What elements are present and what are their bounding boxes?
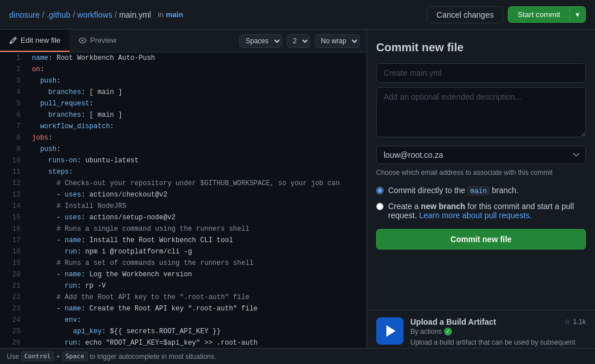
radio-direct-label: Commit directly to the main branch. (388, 186, 519, 195)
spaces-select[interactable]: Spaces (239, 34, 282, 48)
code-line: 13 - uses: actions/checkout@v2 (0, 189, 366, 201)
preview-icon (79, 36, 87, 44)
start-commit-button-group: Start commit ▾ (508, 6, 586, 23)
star-count: ☆ 1.1k (564, 318, 586, 326)
tab-edit-new-file[interactable]: Edit new file (0, 30, 70, 52)
star-icon: ☆ (564, 318, 570, 326)
code-line: 19 # Runs a set of commands using the ru… (0, 257, 366, 269)
code-line: 26 run: echo "ROOT_API_KEY=$api_key" >> … (0, 337, 366, 349)
commit-description-textarea[interactable] (376, 87, 586, 137)
editor-options: Spaces 2 No wrap (239, 34, 366, 48)
line-number: 3 (0, 75, 27, 87)
line-content: # Install NodeJRS (27, 201, 366, 212)
start-commit-arrow-button[interactable]: ▾ (569, 6, 586, 23)
code-line: 15 - uses: actions/setup-node@v2 (0, 212, 366, 223)
control-key: Control (21, 351, 54, 361)
right-panel: Commit new file louw@root.co.za Choose w… (367, 30, 595, 364)
code-line: 23 - name: Create the Root API key ".roo… (0, 303, 366, 314)
line-number: 5 (0, 98, 27, 109)
line-number: 25 (0, 326, 27, 337)
indent-select[interactable]: 2 (287, 34, 310, 48)
editor-container: Edit new file Preview Spaces 2 No wrap (0, 30, 595, 364)
line-number: 7 (0, 121, 27, 132)
code-line: 17 - name: Install the Root Workbench CL… (0, 235, 366, 246)
code-area[interactable]: 1name: Root Workbench Auto-Push2on:3 pus… (0, 52, 366, 364)
card-title: Upload a Build Artifact (410, 317, 496, 326)
space-key: Space (62, 351, 88, 361)
radio-new-branch-option[interactable]: Create a new branch for this commit and … (376, 202, 586, 220)
radio-new-branch-label: Create a new branch for this commit and … (388, 202, 586, 220)
code-line: 1name: Root Workbench Auto-Push (0, 52, 366, 64)
code-line: 8jobs: (0, 132, 366, 144)
line-content: run: echo "ROOT_API_KEY=$api_key" >> .ro… (27, 337, 366, 349)
branch-name: main (166, 10, 183, 19)
email-select[interactable]: louw@root.co.za (376, 146, 586, 164)
line-content: workflow_dispatch: (27, 121, 366, 132)
wrap-select[interactable]: No wrap (315, 34, 360, 48)
code-line: 14 # Install NodeJRS (0, 201, 366, 212)
code-line: 4 branches: [ main ] (0, 87, 366, 98)
sep2: / (73, 10, 75, 19)
radio-direct-option[interactable]: Commit directly to the main branch. (376, 186, 586, 195)
sep3: / (115, 10, 117, 19)
line-content: push: (27, 75, 366, 87)
line-content: push: (27, 144, 366, 155)
tab-preview[interactable]: Preview (70, 30, 125, 52)
edit-icon (9, 36, 17, 44)
line-content: branches: [ main ] (27, 87, 366, 98)
editor-left: Edit new file Preview Spaces 2 No wrap (0, 30, 367, 364)
code-line: 11 steps: (0, 166, 366, 178)
radio-direct-input[interactable] (376, 187, 384, 194)
folder-link[interactable]: workflows (78, 10, 112, 19)
line-number: 10 (0, 155, 27, 166)
commit-panel-title: Commit new file (376, 41, 586, 54)
code-line: 9 push: (0, 144, 366, 155)
line-content: on: (27, 64, 366, 75)
code-line: 5 pull_request: (0, 98, 366, 109)
line-content: - name: Log the Workbench version (27, 269, 366, 280)
line-number: 22 (0, 292, 27, 303)
line-number: 16 (0, 223, 27, 235)
start-commit-main-button[interactable]: Start commit (508, 6, 569, 23)
play-icon (386, 325, 396, 337)
repo-owner-link[interactable]: dinosure (9, 10, 40, 19)
card-title-row: Upload a Build Artifact ☆ 1.1k (410, 317, 586, 326)
cancel-changes-button[interactable]: Cancel changes (427, 6, 503, 23)
line-number: 17 (0, 235, 27, 246)
line-number: 18 (0, 246, 27, 257)
repo-name-link[interactable]: .github (47, 10, 71, 19)
line-content: api_key: ${{ secrets.ROOT_API_KEY }} (27, 326, 366, 337)
code-line: 6 branches: [ main ] (0, 109, 366, 121)
line-number: 4 (0, 87, 27, 98)
commit-filename-input[interactable] (376, 63, 586, 83)
radio-new-branch-input[interactable] (376, 203, 384, 210)
line-content: # Add the Root API key to the ".root-aut… (27, 292, 366, 303)
line-number: 13 (0, 189, 27, 201)
line-content: run: npm i @rootplatform/cli -g (27, 246, 366, 257)
editor-tabs: Edit new file Preview (0, 30, 125, 52)
pull-request-link[interactable]: Learn more about pull requests. (419, 211, 532, 220)
verified-badge: ✓ (444, 328, 452, 336)
code-line: 16 # Runs a single command using the run… (0, 223, 366, 235)
code-line: 22 # Add the Root API key to the ".root-… (0, 292, 366, 303)
code-line: 12 # Checks-out your repository under $G… (0, 178, 366, 189)
line-number: 2 (0, 64, 27, 75)
line-number: 24 (0, 314, 27, 326)
branch-badge: in main (158, 10, 183, 19)
line-number: 12 (0, 178, 27, 189)
email-help-text: Choose which email address to associate … (376, 169, 586, 177)
code-line: 2on: (0, 64, 366, 75)
editor-toolbar: Edit new file Preview Spaces 2 No wrap (0, 30, 366, 52)
code-line: 21 run: rp -V (0, 280, 366, 292)
line-content: run: rp -V (27, 280, 366, 292)
commit-new-file-button[interactable]: Commit new file (376, 229, 586, 250)
breadcrumb: dinosure / .github / workflows / main.ym… (9, 10, 183, 19)
nav-buttons: Cancel changes Start commit ▾ (427, 6, 586, 23)
commit-panel: Commit new file louw@root.co.za Choose w… (367, 30, 595, 310)
line-number: 20 (0, 269, 27, 280)
star-count-value: 1.1k (573, 318, 586, 326)
line-number: 26 (0, 337, 27, 349)
line-number: 14 (0, 201, 27, 212)
line-content: - name: Create the Root API key ".root-a… (27, 303, 366, 314)
top-nav: dinosure / .github / workflows / main.ym… (0, 0, 595, 30)
